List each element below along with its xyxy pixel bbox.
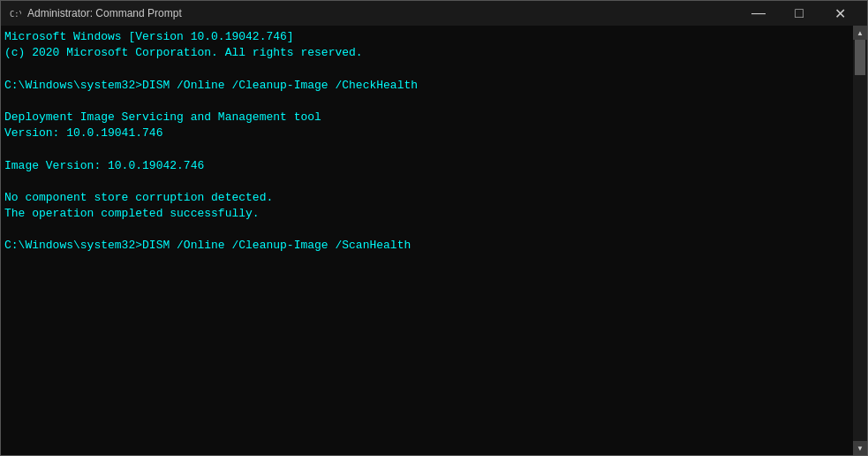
terminal-output[interactable]: Microsoft Windows [Version 10.0.19042.74… [1,26,853,455]
scroll-up-button[interactable]: ▲ [853,26,867,40]
terminal-line: No component store corruption detected. [4,191,273,204]
scroll-thumb[interactable] [855,40,865,75]
title-bar: C:\ Administrator: Command Prompt — □ ✕ [1,1,867,26]
scroll-down-button[interactable]: ▼ [853,441,867,455]
close-button[interactable]: ✕ [819,1,860,26]
terminal-line: Microsoft Windows [Version 10.0.19042.74… [4,30,294,43]
window-title: Administrator: Command Prompt [27,7,738,19]
minimize-button[interactable]: — [738,1,779,26]
scroll-track[interactable] [853,40,867,441]
terminal-line: Deployment Image Servicing and Managemen… [4,110,321,124]
window-controls: — □ ✕ [738,1,860,26]
svg-text:C:\: C:\ [10,10,21,19]
maximize-button[interactable]: □ [779,1,819,26]
scrollbar[interactable]: ▲ ▼ [853,26,867,455]
cmd-icon: C:\ [8,6,22,20]
terminal-line: Version: 10.0.19041.746 [4,126,162,140]
terminal-body: Microsoft Windows [Version 10.0.19042.74… [1,26,867,455]
terminal-line: C:\Windows\system32>DISM /Online /Cleanu… [4,79,418,92]
terminal-line: (c) 2020 Microsoft Corporation. All righ… [4,46,363,59]
terminal-line: C:\Windows\system32>DISM /Online /Cleanu… [4,239,411,252]
terminal-line: The operation completed successfully. [4,207,260,220]
terminal-line: Image Version: 10.0.19042.746 [4,159,204,172]
cmd-window: C:\ Administrator: Command Prompt — □ ✕ … [0,0,868,456]
